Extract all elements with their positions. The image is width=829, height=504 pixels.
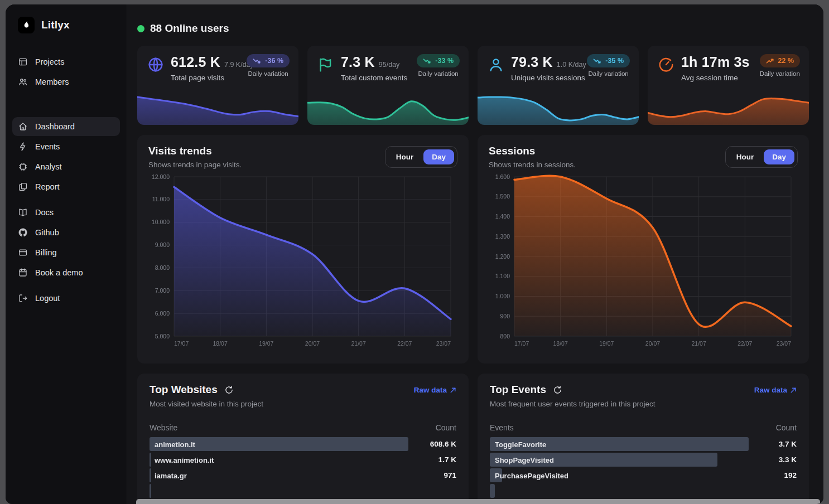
sessions-card: Sessions Shows trends in sessions. Hour … bbox=[478, 135, 809, 364]
table-row: ShopPageVisited 3.3 K bbox=[490, 453, 797, 467]
sidebar-item-label: Billing bbox=[35, 248, 57, 257]
daily-variation-badge: 22 % bbox=[760, 54, 801, 67]
sidebar-item-label: Logout bbox=[35, 294, 60, 303]
sidebar-item-github[interactable]: Github bbox=[12, 223, 120, 242]
table-row: www.animetion.it 1.7 K bbox=[150, 453, 456, 467]
svg-text:17/07: 17/07 bbox=[174, 340, 189, 347]
logout-icon bbox=[18, 293, 28, 303]
badge-caption: Daily variation bbox=[247, 70, 290, 77]
row-count: 1.7 K bbox=[408, 455, 456, 464]
stat-value: 7.3 K bbox=[341, 54, 375, 70]
hour-day-toggle: Hour Day bbox=[385, 146, 457, 168]
table-title: Top Websites bbox=[150, 384, 218, 396]
chart-title: Sessions bbox=[489, 145, 576, 157]
brand-name: Litlyx bbox=[41, 19, 70, 31]
svg-text:23/07: 23/07 bbox=[436, 340, 451, 347]
svg-text:22/07: 22/07 bbox=[738, 340, 752, 347]
row-bar bbox=[490, 484, 495, 498]
flag-icon bbox=[316, 55, 335, 74]
sidebar-item-label: Dashboard bbox=[35, 122, 75, 131]
horizontal-scrollbar[interactable] bbox=[136, 499, 820, 504]
top-websites-card: Top Websites Raw data Most visited websi… bbox=[137, 374, 469, 504]
sidebar-spacer bbox=[12, 93, 120, 117]
column-header: Count bbox=[436, 423, 456, 432]
stat-label: Total page visits bbox=[171, 74, 241, 82]
table-row-partial bbox=[150, 484, 456, 498]
sidebar-spacer bbox=[12, 283, 120, 289]
refresh-icon[interactable] bbox=[553, 385, 562, 395]
stat-card-avg-session-time: 1h 17m 3s Avg session time 22 % Daily va… bbox=[648, 46, 809, 125]
svg-text:1.600: 1.600 bbox=[495, 173, 510, 180]
row-count: 192 bbox=[749, 471, 797, 479]
litlyx-logo-icon bbox=[18, 17, 35, 33]
stat-cards: 612.5 K 7.9 K/day Total page visits -36 … bbox=[137, 46, 809, 125]
stat-label: Total custom events bbox=[341, 74, 411, 82]
svg-text:19/07: 19/07 bbox=[599, 340, 614, 347]
row-count: 3.7 K bbox=[749, 440, 797, 448]
table-row: ToggleFavorite 3.7 K bbox=[490, 437, 797, 451]
sidebar-spacer bbox=[12, 197, 120, 203]
sidebar-item-label: Github bbox=[35, 228, 59, 237]
badge-caption: Daily variation bbox=[417, 70, 460, 77]
svg-text:9.000: 9.000 bbox=[155, 241, 170, 248]
sidebar-item-label: Analyst bbox=[35, 162, 62, 171]
raw-data-link[interactable]: Raw data bbox=[414, 386, 456, 394]
svg-text:1.400: 1.400 bbox=[495, 213, 510, 220]
stat-value: 79.3 K bbox=[511, 54, 553, 70]
github-icon bbox=[18, 227, 28, 238]
stat-card-unique-visits-sessions: 79.3 K 1.0 K/day Unique visits sessions … bbox=[478, 46, 639, 125]
sidebar-item-report[interactable]: Report bbox=[12, 177, 120, 196]
svg-text:7.000: 7.000 bbox=[155, 287, 170, 294]
sidebar-item-logout[interactable]: Logout bbox=[12, 289, 120, 308]
table-row: animetion.it 608.6 K bbox=[150, 437, 456, 451]
day-button[interactable]: Day bbox=[764, 149, 794, 164]
svg-text:12.000: 12.000 bbox=[152, 173, 170, 180]
svg-text:1.000: 1.000 bbox=[495, 293, 510, 299]
row-bar bbox=[150, 453, 151, 467]
table-subtitle: Most visited website in this project bbox=[150, 400, 456, 408]
column-header: Website bbox=[150, 423, 177, 432]
charts-row: Visits trends Shows trends in page visit… bbox=[137, 135, 809, 364]
sidebar-item-billing[interactable]: Billing bbox=[12, 243, 120, 262]
svg-text:22/07: 22/07 bbox=[397, 340, 412, 347]
trend-down-icon bbox=[423, 57, 431, 65]
refresh-icon[interactable] bbox=[224, 385, 234, 395]
sidebar-item-dashboard[interactable]: Dashboard bbox=[12, 117, 120, 136]
report-icon bbox=[18, 182, 28, 192]
sidebar-item-projects[interactable]: Projects bbox=[12, 52, 120, 71]
sidebar-item-analyst[interactable]: Analyst bbox=[12, 157, 120, 176]
day-button[interactable]: Day bbox=[423, 149, 454, 164]
svg-text:18/07: 18/07 bbox=[553, 340, 568, 347]
svg-text:17/07: 17/07 bbox=[514, 340, 529, 347]
globe-icon bbox=[146, 55, 165, 74]
sidebar-item-book-a-demo[interactable]: Book a demo bbox=[12, 263, 120, 282]
visits-trends-chart: 5.0006.0007.0008.0009.00010.00011.00012.… bbox=[148, 172, 457, 350]
stat-card-total-custom-events: 7.3 K 95/day Total custom events -33 % D… bbox=[307, 46, 469, 125]
table-row: PurchasePageVisited 192 bbox=[490, 468, 797, 482]
raw-data-link[interactable]: Raw data bbox=[754, 386, 797, 394]
table-subtitle: Most frequent user events triggered in t… bbox=[490, 400, 797, 408]
user-icon bbox=[486, 55, 505, 74]
chart-subtitle: Shows trends in page visits. bbox=[148, 161, 242, 169]
trend-down-icon bbox=[593, 57, 601, 65]
svg-text:8.000: 8.000 bbox=[155, 264, 170, 271]
brand: Litlyx bbox=[12, 17, 120, 33]
projects-icon bbox=[18, 57, 28, 67]
visits-trends-card: Visits trends Shows trends in page visit… bbox=[137, 135, 469, 364]
sidebar-item-events[interactable]: Events bbox=[12, 137, 120, 156]
hour-button[interactable]: Hour bbox=[729, 149, 762, 164]
stat-label: Unique visits sessions bbox=[511, 74, 581, 82]
stat-label: Avg session time bbox=[681, 74, 754, 82]
sidebar-item-members[interactable]: Members bbox=[12, 72, 120, 91]
trend-up-icon bbox=[766, 57, 774, 65]
svg-text:1.500: 1.500 bbox=[495, 193, 510, 200]
sparkline-chart bbox=[648, 91, 809, 125]
stat-rate: 95/day bbox=[379, 61, 400, 69]
tables-row: Top Websites Raw data Most visited websi… bbox=[137, 374, 809, 504]
hour-button[interactable]: Hour bbox=[388, 149, 422, 164]
timer-icon bbox=[657, 55, 676, 74]
sidebar-item-docs[interactable]: Docs bbox=[12, 203, 120, 222]
svg-text:21/07: 21/07 bbox=[351, 340, 366, 347]
chart-subtitle: Shows trends in sessions. bbox=[489, 161, 576, 169]
external-arrow-icon bbox=[790, 387, 797, 394]
